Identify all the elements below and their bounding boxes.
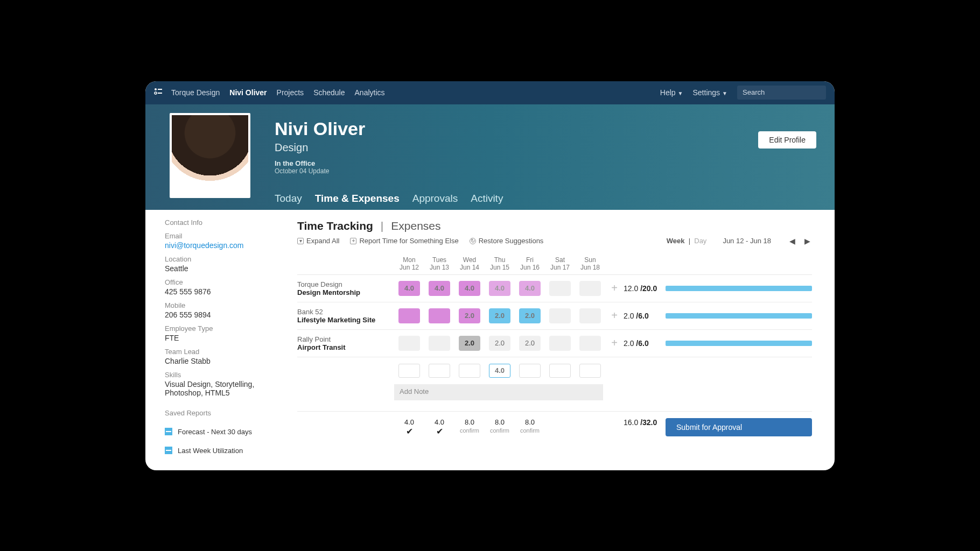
top-nav: Torque DesignNivi OliverProjectsSchedule…: [171, 88, 660, 97]
sidebar: Contact Info Emailnivi@torquedesign.comL…: [145, 210, 275, 470]
edit-profile-button[interactable]: Edit Profile: [758, 131, 816, 149]
profile-tab[interactable]: Approvals: [412, 193, 458, 204]
day-total: 8.0confirm: [485, 418, 515, 434]
report-item[interactable]: Forecast - Next 30 days: [165, 422, 263, 441]
time-cell[interactable]: [429, 336, 450, 351]
profile-tabs: TodayTime & ExpensesApprovalsActivity: [275, 193, 503, 204]
svg-point-0: [155, 88, 157, 90]
row-total: 2.0 /6.0: [624, 339, 666, 348]
view-day[interactable]: Day: [694, 237, 706, 245]
time-cell[interactable]: [398, 336, 420, 351]
profile-name: Nivi Oliver: [275, 118, 835, 139]
time-cell[interactable]: [579, 336, 601, 351]
nav-item[interactable]: Schedule: [313, 88, 345, 97]
search-input[interactable]: Search: [737, 86, 826, 100]
field-value[interactable]: nivi@torquedesign.com: [165, 241, 263, 250]
time-cell[interactable]: [429, 308, 450, 323]
time-cell[interactable]: [579, 281, 601, 296]
avatar: [170, 113, 250, 198]
field-value: FTE: [165, 334, 263, 342]
project-label[interactable]: Torque DesignDesign Mentorship: [297, 280, 394, 296]
time-cell[interactable]: 4.0: [459, 281, 480, 296]
time-cell[interactable]: 2.0: [459, 308, 480, 323]
time-cell[interactable]: [549, 308, 571, 323]
day-header: FriJun 16: [515, 256, 545, 271]
nav-item[interactable]: Nivi Oliver: [229, 88, 267, 97]
view-week[interactable]: Week: [667, 237, 685, 245]
row-total: 2.0 /6.0: [624, 312, 666, 320]
restore-suggestions-button[interactable]: ↻Restore Suggestions: [470, 237, 544, 245]
saved-reports-title: Saved Reports: [165, 409, 263, 417]
svg-rect-3: [158, 93, 162, 94]
profile-tab[interactable]: Activity: [471, 193, 503, 204]
time-cell[interactable]: 4.0: [398, 281, 420, 296]
add-cell-button[interactable]: +: [605, 309, 624, 322]
time-cell[interactable]: 4.0: [519, 281, 541, 296]
tab-expenses[interactable]: Expenses: [391, 220, 440, 232]
help-menu[interactable]: Help▼: [660, 88, 683, 97]
time-row: Torque DesignDesign Mentorship4.04.04.04…: [297, 275, 812, 302]
plus-icon: +: [350, 238, 356, 244]
time-input[interactable]: [549, 364, 571, 378]
nav-item[interactable]: Projects: [277, 88, 304, 97]
report-icon: [165, 447, 172, 454]
progress-bar: [666, 313, 812, 319]
time-input[interactable]: [459, 364, 480, 378]
time-input[interactable]: [398, 364, 420, 378]
add-note-input[interactable]: Add Note: [394, 384, 603, 400]
day-header: SatJun 17: [545, 256, 575, 271]
date-range: Jun 12 - Jun 18: [723, 237, 771, 245]
field-label: Employee Type: [165, 324, 263, 333]
profile-tab[interactable]: Today: [275, 193, 302, 204]
next-week-button[interactable]: ▶: [802, 237, 812, 245]
settings-menu[interactable]: Settings▼: [693, 88, 728, 97]
add-cell-button[interactable]: +: [605, 282, 624, 294]
main-panel: Time Tracking | Expenses ▾Expand All +Re…: [275, 210, 835, 470]
time-cell[interactable]: 2.0: [519, 336, 541, 351]
day-header: MonJun 12: [394, 256, 424, 271]
project-label[interactable]: Rally PointAirport Transit: [297, 335, 394, 351]
day-total: 8.0confirm: [515, 418, 545, 434]
time-cell[interactable]: 2.0: [489, 336, 510, 351]
field-label: Location: [165, 255, 263, 263]
profile-status: In the Office: [275, 159, 835, 167]
restore-icon: ↻: [470, 238, 476, 244]
profile-role: Design: [275, 142, 835, 154]
time-cell[interactable]: 2.0: [459, 336, 480, 351]
time-cell[interactable]: [579, 308, 601, 323]
profile-tab[interactable]: Time & Expenses: [315, 193, 400, 204]
day-header: TuesJun 13: [424, 256, 454, 271]
report-else-button[interactable]: +Report Time for Something Else: [350, 237, 458, 245]
time-cell[interactable]: [398, 308, 420, 323]
expand-all-button[interactable]: ▾Expand All: [297, 237, 339, 245]
submit-approval-button[interactable]: Submit for Approval: [666, 418, 812, 436]
field-label: Office: [165, 278, 263, 286]
prev-week-button[interactable]: ◀: [787, 237, 797, 245]
project-label[interactable]: Bank 52Lifestyle Marketing Site: [297, 308, 394, 324]
day-total: 4.0✔: [424, 418, 454, 436]
progress-bar: [666, 341, 812, 346]
time-input[interactable]: [429, 364, 450, 378]
time-cell[interactable]: 4.0: [489, 281, 510, 296]
time-input[interactable]: [579, 364, 601, 378]
time-cell[interactable]: [549, 336, 571, 351]
time-cell[interactable]: 2.0: [519, 308, 541, 323]
day-total: 8.0confirm: [454, 418, 485, 434]
nav-item[interactable]: Torque Design: [171, 88, 220, 97]
add-cell-button[interactable]: +: [605, 337, 624, 349]
day-header: SunJun 18: [575, 256, 605, 271]
day-header: WedJun 14: [454, 256, 485, 271]
time-input[interactable]: [519, 364, 541, 378]
field-label: Email: [165, 232, 263, 240]
time-cell[interactable]: 4.0: [429, 281, 450, 296]
time-input[interactable]: 4.0: [489, 364, 510, 378]
main-tabs: Time Tracking | Expenses: [297, 220, 812, 232]
tab-time-tracking[interactable]: Time Tracking: [297, 220, 373, 232]
report-item[interactable]: Last Week Utilization: [165, 441, 263, 460]
topbar: Torque DesignNivi OliverProjectsSchedule…: [145, 81, 835, 104]
profile-status-date: October 04 Update: [275, 167, 835, 175]
time-cell[interactable]: 2.0: [489, 308, 510, 323]
nav-item[interactable]: Analytics: [355, 88, 385, 97]
day-total: 4.0✔: [394, 418, 424, 436]
time-cell[interactable]: [549, 281, 571, 296]
